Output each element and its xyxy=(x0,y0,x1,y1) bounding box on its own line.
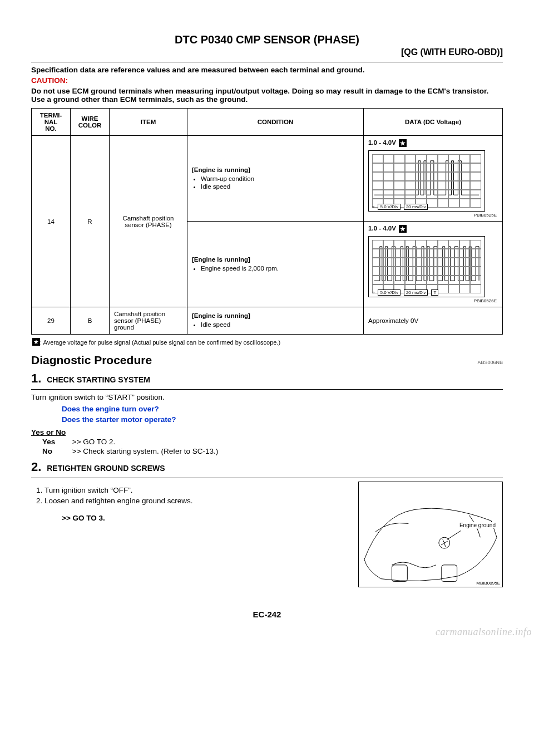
star-icon: ★ xyxy=(399,139,407,147)
step2-li2: Loosen and retighten engine ground screw… xyxy=(44,497,349,505)
cell-terminal-29: 29 xyxy=(32,307,71,335)
yes-action: >> GO TO 2. xyxy=(72,438,116,446)
cond-b-b1: Engine speed is 2,000 rpm. xyxy=(201,265,359,272)
page-title: DTC P0340 CMP SENSOR (PHASE) xyxy=(31,33,503,46)
cond-b-head: [Engine is running] xyxy=(192,256,359,263)
footnote-text: : Average voltage for pulse signal (Actu… xyxy=(40,339,280,346)
svg-rect-2 xyxy=(442,565,457,582)
star-icon: ★ xyxy=(399,225,407,233)
illus-code: MBIB0095E xyxy=(476,581,500,586)
yn-heading: Yes or No xyxy=(31,428,503,436)
wave-a-arrow-icon: » xyxy=(372,204,374,209)
cell-wire-b: B xyxy=(71,307,110,335)
step1-num: 1. xyxy=(31,371,41,385)
th-terminal: TERMI- NAL NO. xyxy=(32,109,71,136)
cell-cond-b: [Engine is running] Engine speed is 2,00… xyxy=(187,222,364,307)
wave-b-tdiv: 20 ms/Div xyxy=(404,289,428,296)
cond2-head: [Engine is running] xyxy=(192,312,359,319)
engine-ground-illustration: Engine ground MBIB0095E xyxy=(358,482,503,587)
no-action: >> Check starting system. (Refer to SC-1… xyxy=(72,447,219,455)
cell-data-b: 1.0 - 4.0V ★ » 5.0 V/Div 20 ms/Div T xyxy=(364,222,503,307)
cell-terminal-14: 14 xyxy=(32,136,71,307)
spec-table: TERMI- NAL NO. WIRE COLOR ITEM CONDITION… xyxy=(31,108,503,335)
step2-header: 2. RETIGHTEN GROUND SCREWS xyxy=(31,460,503,474)
cond-a-b1: Warm-up condition xyxy=(201,175,359,182)
illus-callout: Engine ground xyxy=(458,522,497,528)
step2-title: RETIGHTEN GROUND SCREWS xyxy=(47,464,165,473)
th-condition: CONDITION xyxy=(187,109,364,136)
svg-line-3 xyxy=(447,531,461,539)
svg-rect-1 xyxy=(392,565,408,582)
th-item: ITEM xyxy=(110,109,187,136)
cell-data-a: 1.0 - 4.0V ★ » 5.0 V/Div 20 ms/Div xyxy=(364,136,503,222)
table-footnote: ★: Average voltage for pulse signal (Act… xyxy=(31,338,503,346)
no-label: No xyxy=(42,447,70,455)
intro-text: Specification data are reference values … xyxy=(31,66,503,74)
th-wire: WIRE COLOR xyxy=(71,109,110,136)
caution-text: Do not use ECM ground terminals when mea… xyxy=(31,87,503,104)
cell-item-cmp: Camshaft position sensor (PHASE) xyxy=(110,136,187,307)
wave-b-t: T xyxy=(431,289,438,296)
th-data: DATA (DC Voltage) xyxy=(364,109,503,136)
section-title: Diagnostic Procedure xyxy=(31,354,152,367)
cond-a-b2: Idle speed xyxy=(201,183,359,190)
step1-body: Turn ignition switch to “START” position… xyxy=(31,393,503,401)
wave-b-code: PBIB0526E xyxy=(368,298,497,303)
yes-label: Yes xyxy=(42,438,70,446)
data-b-voltage: 1.0 - 4.0V xyxy=(368,225,396,232)
page-subsystem: [QG (WITH EURO-OBD)] xyxy=(31,47,503,57)
watermark: carmanualsonline.info xyxy=(436,626,532,638)
waveform-b: » 5.0 V/Div 20 ms/Div T xyxy=(368,236,485,297)
divider xyxy=(31,62,503,62)
cond2-b1: Idle speed xyxy=(201,321,359,328)
waveform-a: » 5.0 V/Div 20 ms/Div xyxy=(368,150,485,212)
section-refcode: ABS006NB xyxy=(477,360,503,365)
data-a-voltage: 1.0 - 4.0V xyxy=(368,139,396,146)
step2-goto: >> GO TO 3. xyxy=(62,514,349,522)
yn-no: No >> Check starting system. (Refer to S… xyxy=(42,447,503,455)
page-number: EC-242 xyxy=(31,610,503,619)
step1-title: CHECK STARTING SYSTEM xyxy=(47,375,150,384)
cell-item-ground: Camshaft position sensor (PHASE) ground xyxy=(110,307,187,335)
wave-a-vdiv: 5.0 V/Div xyxy=(378,204,400,210)
cond-a-head: [Engine is running] xyxy=(192,166,359,173)
wave-a-tdiv: 20 ms/Div xyxy=(404,204,428,210)
step1-q2: Does the starter motor operate? xyxy=(62,415,503,424)
wave-b-vdiv: 5.0 V/Div xyxy=(378,289,400,296)
caution-label: CAUTION: xyxy=(31,76,503,85)
wave-b-arrow-icon: » xyxy=(372,290,374,295)
wave-a-code: PBIB0525E xyxy=(368,213,497,218)
step2-list: Turn ignition switch “OFF”. Loosen and r… xyxy=(31,486,349,505)
divider xyxy=(31,389,503,390)
cell-cond-a: [Engine is running] Warm-up condition Id… xyxy=(187,136,364,222)
yn-yes: Yes >> GO TO 2. xyxy=(42,438,503,446)
divider xyxy=(31,478,503,478)
cell-wire-r: R xyxy=(71,136,110,307)
step2-num: 2. xyxy=(31,460,41,474)
step2-li1: Turn ignition switch “OFF”. xyxy=(44,486,349,494)
star-icon: ★ xyxy=(32,338,40,346)
cell-data-2: Approximately 0V xyxy=(364,307,503,335)
illustration-svg xyxy=(359,482,502,587)
cell-cond-2: [Engine is running] Idle speed xyxy=(187,307,364,335)
step1-header: 1. CHECK STARTING SYSTEM xyxy=(31,371,503,386)
step1-q1: Does the engine turn over? xyxy=(62,405,503,413)
